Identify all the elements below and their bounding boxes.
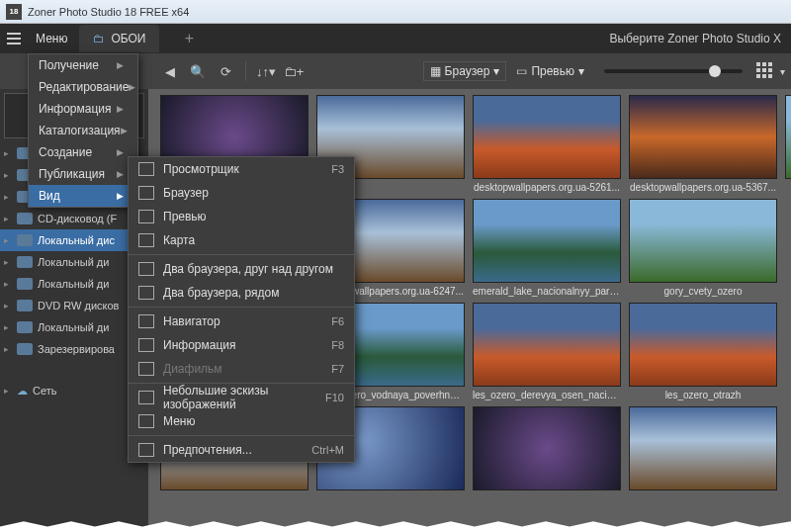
thumbnail-label: gory_cvety_ozero [629,286,777,297]
menu-item[interactable]: Редактирование▶ [29,76,137,98]
drive-icon [17,234,33,246]
layout-grid-icon[interactable] [756,62,774,80]
submenu-item: ДиафильмF7 [129,357,354,381]
drive-icon [17,278,33,290]
shortcut-label: F8 [331,339,344,351]
thumb-size-slider[interactable] [604,69,743,73]
thumbnail-item[interactable]: desktopwallpap [785,95,791,193]
slider-thumb[interactable] [709,65,721,77]
titlebar: 18 Zoner Photo Studio 18 FREE x64 [0,0,791,24]
thumbnail-label: les_ozero_otrazh [629,390,777,400]
item-icon [138,262,154,276]
submenu-item[interactable]: НавигаторF6 [129,310,354,333]
search-icon[interactable]: 🔍 [186,59,210,83]
chevron-right-icon: ▶ [117,147,124,157]
chevron-right-icon: ▶ [117,169,124,179]
shortcut-label: F6 [331,315,344,327]
tab-current[interactable]: 🗀 ОБОИ [79,25,159,52]
thumbnail-item[interactable]: les_ozero_derevya_osen_nacion... [473,303,621,400]
hamburger-icon[interactable] [0,24,28,53]
sidebar-item-label: Локальный ди [38,278,109,290]
menu-item[interactable]: Получение▶ [29,54,137,76]
thumbnail-item[interactable]: emerald_lake_nacionalnyy_park... [473,199,621,297]
thumbnail-item[interactable]: gory_cvety_ozero [629,199,777,297]
sidebar-item-drive[interactable]: ▸Локальный ди [0,316,148,338]
preview-toggle[interactable]: ▭ Превью ▾ [510,62,590,80]
menu-item[interactable]: Вид▶ [29,185,137,207]
thumbnail-image [785,95,791,179]
thumbnail-item[interactable] [473,406,621,493]
separator [129,254,354,255]
drive-icon [17,213,33,224]
back-button[interactable]: ◀ [158,59,182,83]
separator [129,435,354,436]
item-icon [138,286,154,300]
chevron-down-icon[interactable]: ▾ [780,66,785,77]
submenu-item-label: Навигатор [163,314,322,328]
submenu-item[interactable]: Небольшие эскизы изображенийF10 [129,386,354,409]
chevron-down-icon: ▾ [493,64,499,78]
thumbnail-image [473,199,621,283]
item-icon [138,314,154,328]
submenu-item[interactable]: Карта [129,228,354,252]
submenu-item[interactable]: Два браузера, рядом [129,281,354,305]
item-icon [138,338,154,352]
submenu-item[interactable]: Меню [129,409,354,433]
sidebar-item-drive[interactable]: ▸Локальный ди [0,273,148,295]
drive-icon [17,343,33,355]
menu-item[interactable]: Создание▶ [29,141,137,163]
thumbnail-item[interactable]: desktopwallpapers.org.ua-5261... [473,95,621,193]
thumbnail-image [473,303,621,387]
thumbnail-item[interactable] [629,406,777,493]
submenu-item[interactable]: Превью [129,205,354,228]
sidebar-item-drive[interactable]: ▸DVD RW дисков [0,295,148,316]
submenu-item-label: Превью [163,210,335,223]
app-icon: 18 [6,4,22,20]
submenu-item[interactable]: Предпочтения...Ctrl+M [129,438,354,462]
menu-item-label: Публикация [39,167,105,181]
item-icon [138,186,154,200]
menu-item-label: Каталогизация [39,124,121,137]
thumbnail-image [629,303,777,387]
refresh-icon[interactable]: ⟳ [214,59,237,83]
window-title: Zoner Photo Studio 18 FREE x64 [28,6,189,18]
new-tab-button[interactable]: + [179,30,199,47]
menu-button[interactable]: Меню [28,32,75,45]
thumbnail-item[interactable]: les_ozero_otrazh [629,303,777,400]
sidebar-item-drive-selected[interactable]: ▸Локальный дис [0,229,148,251]
chevron-right-icon: ▸ [4,170,12,180]
promo-link[interactable]: Выберите Zoner Photo Studio X [609,32,791,45]
sidebar-item-network[interactable]: ▸ ☁ Сеть [0,380,148,401]
shortcut-label: F10 [325,392,344,403]
chevron-right-icon: ▸ [4,386,12,396]
sidebar-item-drive[interactable]: ▸Зарезервирова [0,338,148,360]
sidebar-item-drive[interactable]: ▸CD-дисковод (F [0,208,148,229]
menu-item[interactable]: Публикация▶ [29,163,137,185]
menu-item[interactable]: Информация▶ [29,98,137,120]
chevron-right-icon: ▶ [129,82,135,92]
item-icon [138,162,154,176]
chevron-right-icon: ▸ [4,192,12,202]
sidebar-item-label: Локальный ди [38,256,109,268]
item-icon [138,443,154,457]
submenu-item[interactable]: Два браузера, друг над другом [129,257,354,281]
folder-icon: 🗀 [93,32,105,45]
new-folder-icon[interactable]: 🗀+ [282,59,306,83]
chevron-right-icon: ▶ [121,126,128,135]
submenu-item[interactable]: ИнформацияF8 [129,333,354,357]
menu-item[interactable]: Каталогизация▶ [29,120,137,141]
sort-icon[interactable]: ↓↑▾ [254,59,278,83]
sidebar-item-drive[interactable]: ▸Локальный ди [0,251,148,273]
sidebar-item-label: Локальный ди [38,321,109,333]
thumbnail-item[interactable]: desktopwallpapers.org.ua-5367... [629,95,777,193]
submenu-item-label: Небольшие эскизы изображений [163,384,316,411]
chevron-right-icon: ▶ [117,60,124,70]
submenu-item-label: Карта [163,233,335,247]
submenu-item[interactable]: ПросмотрщикF3 [129,157,354,181]
chevron-right-icon: ▸ [4,148,12,158]
browser-dropdown[interactable]: ▦ Браузер ▾ [423,61,507,81]
submenu-item-label: Два браузера, друг над другом [163,262,335,276]
submenu-item[interactable]: Браузер [129,181,354,205]
menu-item-label: Создание [39,145,92,159]
chevron-right-icon: ▸ [4,322,12,332]
